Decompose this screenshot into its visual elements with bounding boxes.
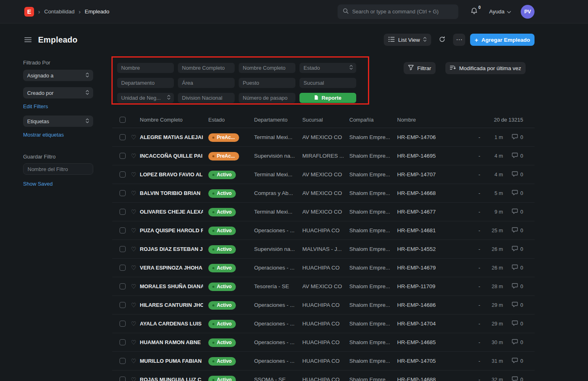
row-checkbox[interactable] bbox=[120, 321, 126, 327]
row-checkbox[interactable] bbox=[120, 209, 126, 215]
employee-id[interactable]: HR-EMP-14685 bbox=[397, 339, 442, 345]
employee-id[interactable]: HR-EMP-14705 bbox=[397, 358, 442, 364]
employee-full-name[interactable]: LOPEZ BRAVO FAVIO AL bbox=[140, 171, 203, 178]
table-row[interactable]: ♡ PUZA QUISPE HAROLD F Activo Operacione… bbox=[112, 221, 535, 240]
employee-full-name[interactable]: ROJAS DIAZ ESTEBAN J bbox=[140, 246, 203, 252]
header-department[interactable]: Departamento bbox=[254, 117, 302, 123]
heart-icon[interactable]: ♡ bbox=[131, 321, 137, 327]
tags-select[interactable]: Etiquetas bbox=[23, 116, 93, 127]
heart-icon[interactable]: ♡ bbox=[131, 153, 137, 159]
employee-full-name[interactable]: OLIVARES CHEJE ALEXA bbox=[140, 209, 203, 215]
employee-id[interactable]: HR-EMP-14681 bbox=[397, 227, 442, 233]
header-status[interactable]: Estado bbox=[208, 117, 254, 123]
assigned-to-select[interactable]: Asignado a bbox=[23, 70, 93, 81]
row-checkbox[interactable] bbox=[120, 190, 126, 196]
table-row[interactable]: ♡ VERA ESPINOZA JHOHA Activo Operaciones… bbox=[112, 259, 535, 277]
table-row[interactable]: ♡ OLIVARES CHEJE ALEXA Activo Terminal M… bbox=[112, 203, 535, 221]
employee-id[interactable]: HR-EMP-14706 bbox=[397, 134, 442, 140]
table-row[interactable]: ♡ BALVIN TORIBIO BRIAN Activo Compras y … bbox=[112, 184, 535, 203]
add-employee-button[interactable]: + Agregar Empleado bbox=[470, 34, 535, 46]
employee-id[interactable]: HR-EMP-11709 bbox=[397, 283, 442, 289]
filter-puesto-input[interactable] bbox=[239, 78, 295, 88]
filter-division-nacional-input[interactable] bbox=[178, 93, 235, 103]
view-switcher-button[interactable]: List View bbox=[384, 34, 431, 46]
row-checkbox[interactable] bbox=[120, 265, 126, 271]
app-logo[interactable]: E bbox=[24, 7, 34, 17]
filter-nombre-completo-input[interactable] bbox=[178, 63, 235, 73]
heart-icon[interactable]: ♡ bbox=[131, 246, 137, 252]
select-all-checkbox[interactable] bbox=[120, 117, 126, 123]
breadcrumb-item-empleado[interactable]: Empleado bbox=[85, 9, 109, 15]
table-row[interactable]: ♡ ALEGRE MATIAS ALEJAI PreAc... Terminal… bbox=[112, 128, 535, 147]
row-checkbox[interactable] bbox=[120, 153, 126, 159]
help-menu[interactable]: Ayuda bbox=[489, 9, 511, 15]
employee-full-name[interactable]: ALEGRE MATIAS ALEJAI bbox=[140, 134, 203, 140]
heart-icon[interactable]: ♡ bbox=[131, 209, 137, 215]
refresh-button[interactable] bbox=[436, 34, 448, 46]
heart-icon[interactable]: ♡ bbox=[131, 302, 137, 308]
table-row[interactable]: ♡ LOPEZ BRAVO FAVIO AL Activo Terminal M… bbox=[112, 165, 535, 184]
filter-area-input[interactable] bbox=[178, 78, 235, 88]
table-row[interactable]: ♡ ROJAS DIAZ ESTEBAN J Activo Supervisió… bbox=[112, 240, 535, 259]
filter-sucursal-input[interactable] bbox=[299, 78, 356, 88]
employee-full-name[interactable]: HUAMAN RAMON ABNE bbox=[140, 339, 203, 345]
table-row[interactable]: ♡ INCACCOÑA QUILLE PAI PreAc... Supervis… bbox=[112, 147, 535, 165]
employee-id[interactable]: HR-EMP-14679 bbox=[397, 265, 442, 271]
filter-nombre-input[interactable] bbox=[117, 63, 174, 73]
row-checkbox[interactable] bbox=[120, 246, 126, 252]
heart-icon[interactable]: ♡ bbox=[131, 265, 137, 271]
employee-full-name[interactable]: HILARES CANTURIN JHO bbox=[140, 302, 203, 308]
edit-filters-link[interactable]: Edit Filters bbox=[23, 103, 93, 109]
header-company[interactable]: Compañía bbox=[349, 117, 397, 123]
heart-icon[interactable]: ♡ bbox=[131, 171, 137, 178]
show-tags-link[interactable]: Mostrar etiquetas bbox=[23, 132, 93, 138]
employee-full-name[interactable]: MORALES SHUÑA DIANA bbox=[140, 283, 203, 289]
filter-estado-select[interactable]: Estado bbox=[299, 63, 356, 73]
employee-full-name[interactable]: MURILLO PUMA FABIAN bbox=[140, 358, 203, 364]
row-checkbox[interactable] bbox=[120, 377, 126, 381]
heart-icon[interactable]: ♡ bbox=[131, 190, 137, 196]
global-search[interactable] bbox=[338, 4, 458, 19]
employee-id[interactable]: HR-EMP-14668 bbox=[397, 190, 442, 196]
employee-id[interactable]: HR-EMP-14688 bbox=[397, 377, 442, 381]
table-row[interactable]: ♡ MORALES SHUÑA DIANA Activo Tesorería -… bbox=[112, 277, 535, 296]
search-input[interactable] bbox=[352, 9, 453, 15]
more-options-button[interactable]: ⋯ bbox=[453, 34, 465, 46]
created-by-select[interactable]: Creado por bbox=[23, 87, 93, 98]
filter-numero-pasaporte-input[interactable] bbox=[239, 93, 295, 103]
table-row[interactable]: ♡ ROJAS MUNGUIA LUZ C Activo SSOMA - SE … bbox=[112, 370, 535, 381]
row-checkbox[interactable] bbox=[120, 134, 126, 140]
breadcrumb-item-contabilidad[interactable]: Contabilidad bbox=[44, 9, 75, 15]
sort-button[interactable]: Modificada por última vez bbox=[445, 62, 526, 74]
heart-icon[interactable]: ♡ bbox=[131, 377, 137, 381]
employee-full-name[interactable]: VERA ESPINOZA JHOHA bbox=[140, 265, 203, 271]
employee-id[interactable]: HR-EMP-14704 bbox=[397, 321, 442, 327]
row-checkbox[interactable] bbox=[120, 339, 126, 345]
header-name[interactable]: Nombre bbox=[397, 117, 442, 123]
heart-icon[interactable]: ♡ bbox=[131, 134, 137, 140]
employee-full-name[interactable]: INCACCOÑA QUILLE PAI bbox=[140, 153, 203, 159]
heart-icon[interactable]: ♡ bbox=[131, 227, 137, 233]
row-checkbox[interactable] bbox=[120, 227, 126, 233]
employee-full-name[interactable]: AYALA CARDENAS LUIS bbox=[140, 321, 203, 327]
heart-icon[interactable]: ♡ bbox=[131, 339, 137, 345]
employee-id[interactable]: HR-EMP-14695 bbox=[397, 153, 442, 159]
heart-icon[interactable]: ♡ bbox=[131, 283, 137, 289]
employee-id[interactable]: HR-EMP-14552 bbox=[397, 246, 442, 252]
table-row[interactable]: ♡ HUAMAN RAMON ABNE Activo Operaciones -… bbox=[112, 333, 535, 352]
row-checkbox[interactable] bbox=[120, 358, 126, 364]
filter-departamento-input[interactable] bbox=[117, 78, 174, 88]
row-checkbox[interactable] bbox=[120, 171, 126, 178]
header-full-name[interactable]: Nombre Completo bbox=[140, 117, 208, 123]
filter-button[interactable]: Filtrar bbox=[404, 62, 436, 74]
row-checkbox[interactable] bbox=[120, 302, 126, 308]
notifications-button[interactable]: 0 bbox=[470, 7, 478, 16]
employee-id[interactable]: HR-EMP-14686 bbox=[397, 302, 442, 308]
show-saved-link[interactable]: Show Saved bbox=[23, 181, 93, 187]
row-checkbox[interactable] bbox=[120, 283, 126, 289]
report-button[interactable]: Reporte bbox=[299, 93, 356, 103]
heart-icon[interactable]: ♡ bbox=[131, 358, 137, 364]
filter-unidad-negocio-select[interactable]: Unidad de Neg... bbox=[117, 93, 174, 103]
table-row[interactable]: ♡ HILARES CANTURIN JHO Activo Operacione… bbox=[112, 296, 535, 315]
header-branch[interactable]: Sucursal bbox=[302, 117, 349, 123]
